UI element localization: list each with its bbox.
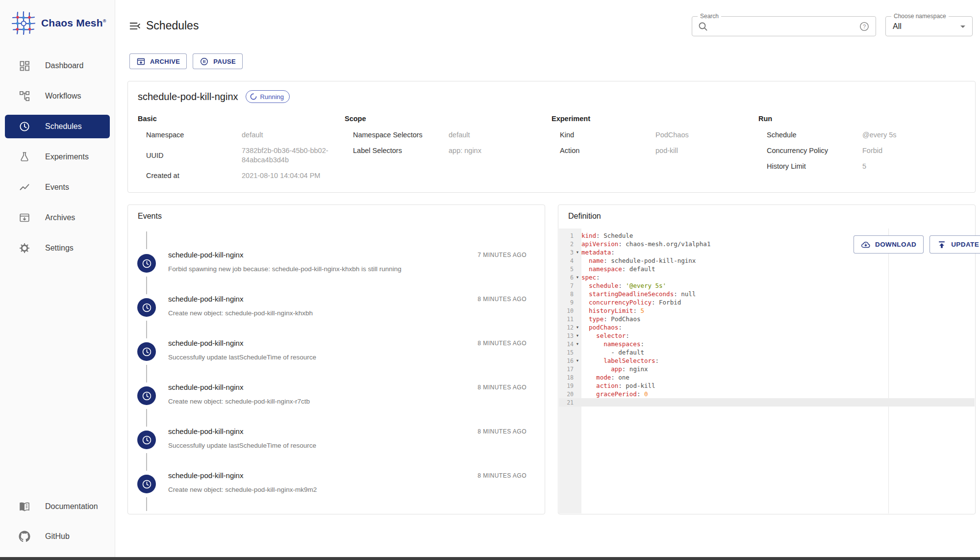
detail-row: Namespace Selectorsdefault	[345, 130, 552, 140]
sidebar-item-label: Experiments	[45, 153, 89, 161]
svg-text:?: ?	[863, 23, 866, 29]
chaos-mesh-logo-icon	[11, 10, 36, 36]
sidebar-item-dashboard[interactable]: Dashboard	[5, 54, 110, 77]
line-number: 10	[559, 307, 574, 314]
detail-row-value: PodChaos	[655, 130, 749, 140]
update-button[interactable]: UPDATE	[930, 235, 980, 254]
search-input[interactable]	[709, 17, 859, 36]
download-button[interactable]: DOWNLOAD	[854, 235, 924, 254]
yaml-editor[interactable]: 1kind: Schedule2apiVersion: chaos-mesh.o…	[559, 229, 975, 513]
line-number: 6	[559, 274, 574, 281]
code-line: 16▾ labelSelectors:	[559, 356, 975, 365]
code-line: 4 name: schedule-pod-kill-nginx	[559, 256, 975, 265]
code-line: 10 historyLimit: 5	[559, 306, 975, 315]
dashboard-icon	[19, 60, 30, 72]
code-text: mode: one	[581, 374, 629, 381]
code-text: concurrencyPolicy: Forbid	[581, 299, 681, 306]
code-line: 8 startingDeadlineSeconds: null	[559, 290, 975, 298]
pause-button[interactable]: PAUSE	[193, 53, 243, 69]
book-icon	[19, 501, 30, 512]
cloud-download-icon	[861, 240, 871, 250]
sidebar-item-experiments[interactable]: Experiments	[5, 145, 110, 169]
event-timestamp: 8 MINUTES AGO	[477, 472, 527, 479]
sidebar-item-settings[interactable]: Settings	[5, 236, 110, 260]
namespace-select-value: All	[893, 22, 957, 31]
event-timestamp: 7 MINUTES AGO	[477, 252, 527, 258]
fold-arrow-icon[interactable]: ▾	[574, 340, 581, 348]
sidebar-item-workflows[interactable]: Workflows	[5, 84, 110, 108]
detail-section-scope: ScopeNamespace SelectorsdefaultLabel Sel…	[345, 111, 552, 187]
code-line: 15 - default	[559, 348, 975, 356]
fold-arrow-icon[interactable]: ▾	[574, 356, 581, 365]
detail-row-label: Label Selectors	[345, 146, 449, 155]
search-icon	[697, 21, 709, 32]
event-timestamp: 8 MINUTES AGO	[477, 384, 527, 391]
detail-row-label: UUID	[138, 151, 242, 160]
event-name: schedule-pod-kill-nginx	[168, 471, 243, 480]
fold-arrow-icon[interactable]: ▾	[574, 273, 581, 281]
fold-arrow-icon[interactable]: ▾	[574, 323, 581, 331]
fold-arrow-icon[interactable]: ▾	[574, 248, 581, 256]
event-message: Create new object: schedule-pod-kill-ngi…	[168, 486, 317, 493]
event-clock-icon	[137, 298, 156, 317]
line-number: 20	[559, 391, 574, 398]
code-text: schedule: '@every 5s'	[581, 282, 666, 289]
detail-row: History Limit5	[758, 162, 965, 171]
sidebar-item-archives[interactable]: Archives	[5, 206, 110, 229]
event-timestamp: 8 MINUTES AGO	[477, 340, 527, 347]
archive-button[interactable]: ARCHIVE	[129, 53, 187, 69]
code-line: 6▾spec:	[559, 273, 975, 281]
line-number: 17	[559, 366, 574, 373]
code-text: spec:	[581, 274, 600, 281]
code-line: 13▾ selector:	[559, 331, 975, 340]
code-line: 19 action: pod-kill	[559, 382, 975, 390]
sidebar-item-schedules[interactable]: Schedules	[5, 115, 110, 138]
timeline-connector	[146, 453, 147, 471]
definition-panel: Definition 1kind: Schedule2apiVersion: c…	[558, 204, 976, 514]
chevron-down-icon	[957, 21, 969, 32]
brand-name: Chaos Mesh®	[41, 17, 106, 29]
line-number: 5	[559, 266, 574, 273]
detail-row-value: pod-kill	[655, 146, 749, 155]
detail-row: Schedule@every 5s	[758, 130, 965, 140]
timeline-connector	[146, 277, 147, 294]
menu-open-icon[interactable]	[128, 20, 141, 32]
code-text: name: schedule-pod-kill-nginx	[581, 257, 696, 264]
namespace-select[interactable]: Choose namespace All	[885, 16, 973, 36]
event-message: Successfully update lastScheduleTime of …	[168, 354, 316, 361]
line-number: 4	[559, 257, 574, 264]
sidebar-item-documentation[interactable]: Documentation	[5, 495, 110, 518]
help-icon[interactable]: ?	[859, 21, 870, 32]
detail-row-value: default	[242, 130, 335, 140]
sidebar: Chaos Mesh® DashboardWorkflowsSchedulesE…	[0, 0, 115, 557]
line-number: 14	[559, 341, 574, 348]
workflows-icon	[19, 90, 30, 102]
event-clock-icon	[137, 386, 156, 405]
publish-icon	[937, 240, 947, 250]
sidebar-item-github[interactable]: GitHub	[5, 525, 110, 548]
code-line: 9 concurrencyPolicy: Forbid	[559, 298, 975, 306]
detail-section-run: RunSchedule@every 5sConcurrency PolicyFo…	[758, 111, 965, 187]
sidebar-nav: DashboardWorkflowsSchedulesExperimentsEv…	[0, 54, 115, 260]
line-number: 3	[559, 249, 574, 256]
sidebar-item-label: Dashboard	[45, 61, 83, 70]
code-text: metadata:	[581, 249, 615, 256]
fold-arrow-icon[interactable]: ▾	[574, 331, 581, 340]
event-name: schedule-pod-kill-nginx	[168, 383, 243, 391]
search-field[interactable]: Search ?	[692, 16, 876, 36]
line-number: 13	[559, 332, 574, 339]
timeline-connector	[146, 321, 147, 338]
sidebar-item-label: Archives	[45, 213, 75, 222]
schedule-actions: ARCHIVE PAUSE	[129, 53, 243, 69]
code-line: 11 type: PodChaos	[559, 315, 975, 323]
flask-icon	[19, 151, 30, 163]
code-text: namespaces:	[581, 340, 644, 348]
status-badge: Running	[246, 90, 290, 103]
definition-panel-title: Definition	[568, 212, 601, 221]
schedule-detail-grid: BasicNamespacedefaultUUID7382bf2b-0b36-4…	[138, 111, 965, 187]
detail-row: KindPodChaos	[552, 130, 758, 140]
sidebar-item-events[interactable]: Events	[5, 176, 110, 199]
line-number: 12	[559, 324, 574, 331]
detail-section-experiment: ExperimentKindPodChaosActionpod-kill	[552, 111, 758, 187]
timeline-connector	[146, 365, 147, 382]
